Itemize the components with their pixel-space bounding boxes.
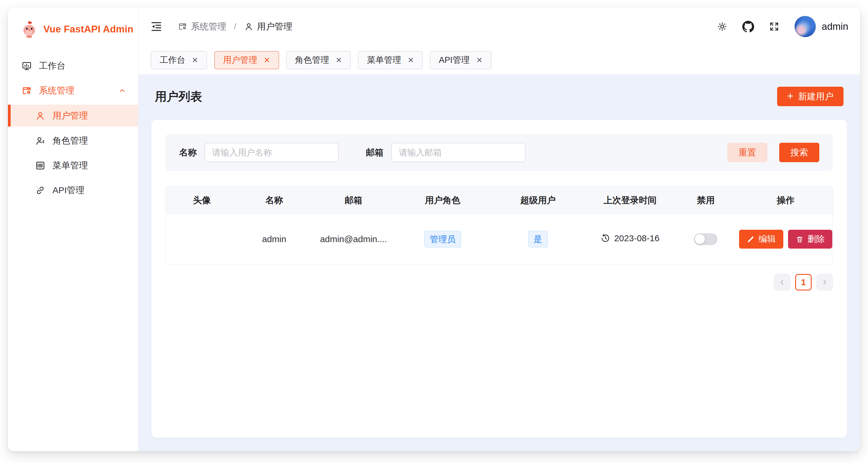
col-header-last-login: 上次登录时间	[587, 187, 673, 214]
breadcrumb-separator: /	[233, 22, 238, 31]
username-label: admin	[822, 21, 848, 32]
page-title: 用户列表	[155, 89, 202, 105]
logo[interactable]: Vue FastAPI Admin	[8, 7, 138, 38]
col-header-actions: 操作	[739, 187, 833, 214]
cell-last-login: 2023-08-16	[587, 214, 673, 265]
cell-role: 管理员	[397, 214, 489, 265]
sidebar: Vue FastAPI Admin 工作台 系统管理	[8, 7, 138, 451]
user-list-card: 名称 邮箱 重置 搜索	[151, 120, 847, 438]
tab-label: 角色管理	[295, 54, 329, 66]
close-icon[interactable]: ✕	[336, 56, 342, 64]
col-header-name: 名称	[238, 187, 310, 214]
cell-email: admin@admin....	[310, 214, 397, 265]
api-link-icon	[35, 185, 45, 196]
menu-fold-icon	[150, 20, 162, 33]
sidebar-item-api-management[interactable]: API管理	[8, 181, 138, 199]
tab-menu-management[interactable]: 菜单管理 ✕	[358, 51, 423, 69]
breadcrumb-user[interactable]: 用户管理	[244, 21, 292, 33]
github-link-button[interactable]	[742, 20, 754, 33]
clock-history-icon	[601, 234, 610, 243]
cell-disabled	[673, 214, 739, 265]
pagination: 1	[165, 274, 833, 291]
system-settings-icon	[22, 86, 32, 96]
reset-button[interactable]: 重置	[727, 143, 767, 162]
close-icon[interactable]: ✕	[264, 56, 270, 64]
new-user-button[interactable]: + 新建用户	[777, 87, 843, 106]
tab-label: 工作台	[160, 54, 185, 66]
main-column: 系统管理 / 用户管理	[138, 7, 860, 451]
app-title: Vue FastAPI Admin	[43, 24, 133, 35]
email-filter-input[interactable]	[391, 143, 525, 162]
disabled-toggle[interactable]	[694, 233, 717, 245]
user-avatar[interactable]	[795, 16, 816, 37]
trash-icon	[796, 235, 804, 243]
tab-workbench[interactable]: 工作台 ✕	[151, 51, 207, 69]
edit-button-label: 编辑	[758, 233, 776, 245]
sidebar-item-label: 角色管理	[53, 135, 88, 147]
close-icon[interactable]: ✕	[192, 56, 198, 64]
sun-icon	[717, 21, 727, 32]
col-header-role: 用户角色	[397, 187, 489, 214]
tab-bar: 工作台 ✕ 用户管理 ✕ 角色管理 ✕ 菜单管理 ✕ API管理 ✕	[138, 46, 860, 74]
user-role-icon	[35, 136, 45, 146]
breadcrumb-label: 系统管理	[191, 21, 226, 33]
chevron-right-icon	[821, 278, 829, 286]
sidebar-item-label: 菜单管理	[53, 160, 88, 172]
name-filter-input[interactable]	[205, 143, 339, 162]
search-button[interactable]: 搜索	[779, 143, 819, 162]
new-user-button-label: 新建用户	[798, 91, 834, 103]
cell-avatar	[166, 214, 238, 265]
cell-actions: 编辑 删除	[739, 214, 833, 265]
plus-icon: +	[787, 91, 793, 101]
chick-logo-icon	[20, 20, 38, 38]
top-header: 系统管理 / 用户管理	[138, 7, 860, 46]
sidebar-item-menu-management[interactable]: 菜单管理	[8, 156, 138, 174]
last-login-value: 2023-08-16	[614, 233, 659, 243]
theme-toggle-button[interactable]	[716, 20, 728, 33]
breadcrumb-label: 用户管理	[257, 21, 292, 33]
user-icon	[35, 110, 45, 121]
tab-api-management[interactable]: API管理 ✕	[430, 51, 492, 69]
menu-list-icon	[35, 160, 45, 171]
close-icon[interactable]: ✕	[476, 56, 483, 64]
sidebar-item-label: 工作台	[39, 60, 65, 72]
app-window: Vue FastAPI Admin 工作台 系统管理	[8, 7, 860, 451]
cell-superuser: 是	[489, 214, 587, 265]
page-number-current[interactable]: 1	[795, 274, 812, 291]
filter-bar: 名称 邮箱 重置 搜索	[165, 134, 833, 171]
delete-button[interactable]: 删除	[788, 230, 832, 249]
sidebar-group-system[interactable]: 系统管理	[8, 81, 138, 100]
sidebar-item-label: 用户管理	[53, 110, 88, 122]
toggle-thumb	[695, 234, 705, 244]
sidebar-item-role-management[interactable]: 角色管理	[8, 132, 138, 150]
prev-page-button[interactable]	[774, 274, 790, 291]
superuser-tag: 是	[528, 231, 548, 248]
sidebar-menu: 工作台 系统管理 用户管	[8, 54, 138, 203]
fullscreen-button[interactable]	[768, 20, 780, 33]
tab-user-management[interactable]: 用户管理 ✕	[214, 51, 279, 69]
role-tag: 管理员	[424, 231, 461, 248]
sidebar-item-user-management[interactable]: 用户管理	[8, 105, 138, 127]
close-icon[interactable]: ✕	[407, 56, 414, 64]
tab-label: 用户管理	[223, 54, 257, 66]
sidebar-item-workbench[interactable]: 工作台	[8, 57, 138, 75]
sidebar-group-label: 系统管理	[39, 85, 74, 97]
breadcrumb-system[interactable]: 系统管理	[178, 21, 226, 33]
col-header-avatar: 头像	[166, 187, 238, 214]
col-header-email: 邮箱	[310, 187, 397, 214]
sidebar-collapse-button[interactable]	[150, 20, 162, 33]
email-filter-label: 邮箱	[366, 146, 383, 159]
github-icon	[742, 21, 754, 32]
tab-label: 菜单管理	[367, 54, 401, 66]
next-page-button[interactable]	[816, 274, 833, 291]
col-header-superuser: 超级用户	[489, 187, 587, 214]
chevron-up-icon	[118, 87, 126, 95]
expand-icon	[769, 21, 779, 32]
edit-button[interactable]: 编辑	[739, 230, 783, 249]
user-icon	[244, 22, 253, 31]
system-settings-icon	[178, 22, 187, 31]
pencil-icon	[747, 235, 755, 243]
breadcrumb: 系统管理 / 用户管理	[178, 21, 292, 33]
tab-role-management[interactable]: 角色管理 ✕	[286, 51, 351, 69]
monitor-icon	[22, 61, 32, 71]
